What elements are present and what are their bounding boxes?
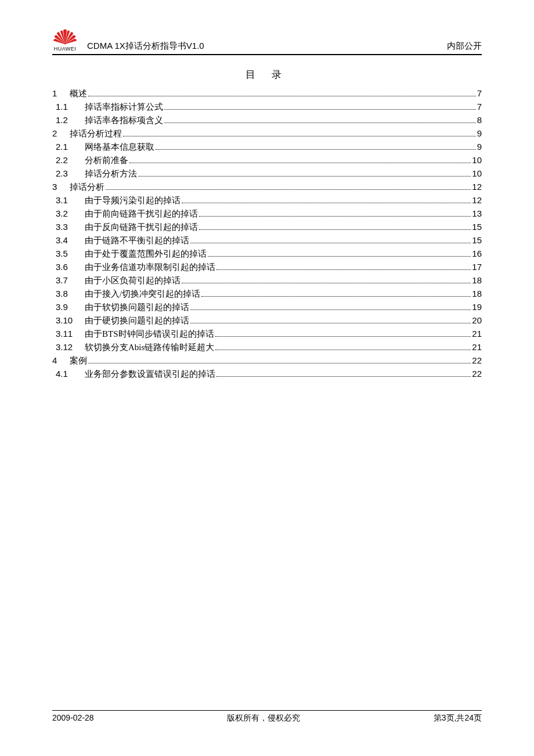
toc-entry-number: 2.1 [56,141,85,153]
toc-entry: 1.2掉话率各指标项含义8 [52,114,482,127]
toc-entry-title: 由于硬切换问题引起的掉话 [85,315,189,327]
toc-entry-page: 7 [477,87,482,99]
toc-entry: 3.5由于处于覆盖范围外引起的掉话16 [52,247,482,260]
toc-leader-dots [182,203,471,203]
toc-entry: 4.1业务部分参数设置错误引起的掉话22 [52,368,482,380]
toc-entry-title: 由于BTS时钟同步错误引起的掉话 [85,328,214,340]
toc-entry-title: 由于前向链路干扰引起的掉话 [85,208,198,220]
toc-entry-number: 4 [52,354,70,366]
toc-entry: 2掉话分析过程9 [52,127,482,140]
toc-entry-page: 17 [472,261,482,273]
toc-leader-dots [164,123,476,123]
toc-leader-dots [201,296,471,297]
toc-entry: 3掉话分析12 [52,181,482,193]
toc-leader-dots [215,336,471,337]
toc-entry-page: 18 [472,274,482,286]
toc-entry: 2.2分析前准备10 [52,154,482,167]
toc-entry: 3.6由于业务信道功率限制引起的掉话17 [52,261,482,273]
toc-entry-page: 9 [477,127,482,139]
toc-leader-dots [190,243,471,243]
toc-entry-title: 由于业务信道功率限制引起的掉话 [85,261,215,273]
toc-entry-title: 分析前准备 [85,154,128,167]
toc-entry-title: 网络基本信息获取 [85,141,154,153]
toc-entry-number: 3.6 [56,261,85,273]
toc-entry-number: 3.2 [56,207,85,219]
toc-entry-title: 掉话分析过程 [70,128,122,140]
toc-leader-dots [88,363,471,363]
toc-entry: 3.2由于前向链路干扰引起的掉话13 [52,207,482,220]
toc-entry-page: 21 [472,341,482,353]
toc-entry-number: 3.5 [56,247,85,260]
toc-entry: 3.7由于小区负荷引起的掉话18 [52,274,482,287]
table-of-contents: 1概述71.1掉话率指标计算公式71.2掉话率各指标项含义82掉话分析过程92.… [52,87,482,380]
toc-entry-title: 掉话率各指标项含义 [85,114,163,127]
toc-entry: 3.12软切换分支Abis链路传输时延超大21 [52,341,482,354]
toc-entry-page: 16 [472,247,482,260]
toc-entry-title: 由于处于覆盖范围外引起的掉话 [85,248,207,260]
toc-entry-number: 1 [52,87,70,99]
toc-entry: 3.1由于导频污染引起的掉话12 [52,194,482,207]
toc-entry-number: 3.10 [56,314,85,326]
toc-leader-dots [123,136,476,136]
toc-entry-page: 12 [472,181,482,193]
toc-leader-dots [190,323,471,323]
toc-leader-dots [164,109,476,110]
toc-entry-number: 2.3 [56,167,85,179]
toc-leader-dots [138,176,471,177]
toc-leader-dots [217,269,471,270]
toc-leader-dots [129,163,471,163]
toc-entry-page: 8 [477,114,482,126]
huawei-logo: HUAWEI [52,29,78,52]
toc-leader-dots [182,283,471,283]
page-footer: 2009-02-28 版权所有，侵权必究 第3页,共24页 [52,710,482,723]
toc-entry-title: 由于导频污染引起的掉话 [85,195,181,207]
toc-entry-number: 3.8 [56,287,85,300]
toc-entry-number: 1.2 [56,114,85,126]
toc-entry: 4案例22 [52,354,482,367]
toc-entry-page: 13 [472,207,482,219]
toc-entry: 3.8由于接入/切换冲突引起的掉话18 [52,287,482,300]
toc-entry-title: 由于反向链路干扰引起的掉话 [85,221,198,233]
toc-heading: 目 录 [52,68,482,81]
toc-entry-title: 由于链路不平衡引起的掉话 [85,235,189,247]
toc-entry: 3.3由于反向链路干扰引起的掉话15 [52,221,482,233]
toc-entry-title: 业务部分参数设置错误引起的掉话 [85,368,215,380]
toc-entry-number: 3 [52,181,70,193]
toc-entry: 2.3掉话分析方法10 [52,167,482,180]
toc-entry-page: 22 [472,368,482,380]
toc-leader-dots [106,189,471,190]
toc-leader-dots [199,229,471,230]
toc-entry-title: 由于软切换问题引起的掉话 [85,301,189,314]
footer-date: 2009-02-28 [52,713,94,723]
document-title: CDMA 1X掉话分析指导书V1.0 [87,41,447,52]
toc-leader-dots [208,256,471,257]
toc-entry-title: 掉话率指标计算公式 [85,101,163,113]
toc-entry-title: 案例 [70,355,87,367]
toc-entry: 3.10由于硬切换问题引起的掉话20 [52,314,482,327]
toc-entry-title: 掉话分析方法 [85,168,137,180]
toc-entry-title: 由于小区负荷引起的掉话 [85,275,181,287]
toc-entry-page: 15 [472,234,482,246]
brand-text: HUAWEI [54,46,77,52]
toc-entry-number: 3.12 [56,341,85,353]
toc-entry: 1.1掉话率指标计算公式7 [52,100,482,113]
toc-entry-page: 7 [477,100,482,113]
toc-entry-page: 9 [477,141,482,153]
toc-entry-number: 2 [52,127,70,139]
toc-entry-number: 1.1 [56,100,85,113]
toc-entry-page: 15 [472,221,482,233]
toc-entry-title: 由于接入/切换冲突引起的掉话 [85,288,200,300]
toc-entry-number: 3.4 [56,234,85,246]
toc-entry: 3.9由于软切换问题引起的掉话19 [52,301,482,314]
toc-entry-number: 4.1 [56,368,85,380]
toc-entry-number: 3.9 [56,301,85,313]
toc-entry-page: 20 [472,314,482,326]
toc-entry-page: 21 [472,327,482,340]
toc-entry-title: 掉话分析 [70,181,104,193]
toc-leader-dots [156,149,476,150]
toc-entry-page: 10 [472,154,482,166]
toc-leader-dots [215,350,471,350]
toc-leader-dots [88,96,476,96]
toc-entry-number: 3.7 [56,274,85,286]
toc-entry: 3.4由于链路不平衡引起的掉话15 [52,234,482,247]
